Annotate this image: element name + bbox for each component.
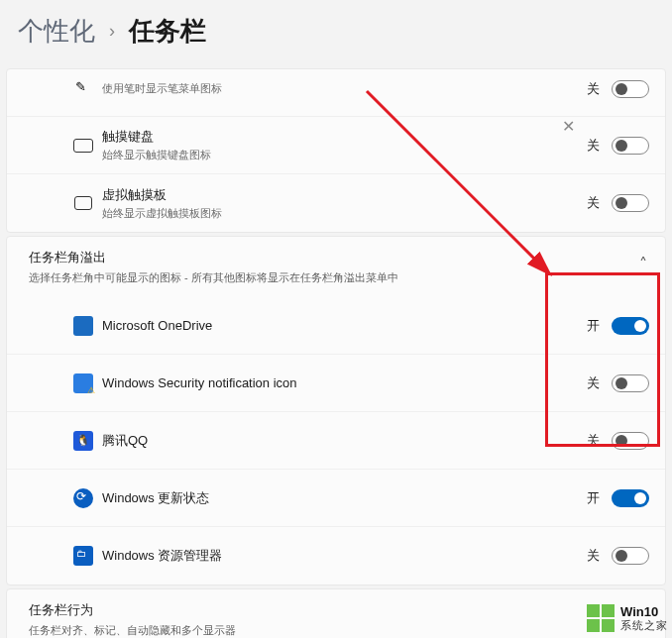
pen-menu-icon <box>72 78 94 100</box>
behavior-section-header[interactable]: 任务栏行为 任务栏对齐、标记、自动隐藏和多个显示器 <box>7 589 665 638</box>
section-desc: 任务栏对齐、标记、自动隐藏和多个显示器 <box>29 623 236 638</box>
toggle-label: 开 <box>587 317 600 335</box>
overflow-section-header[interactable]: 任务栏角溢出 选择任务栏角中可能显示的图标 - 所有其他图标将显示在任务栏角溢出… <box>7 237 665 297</box>
row-windows-update[interactable]: Windows 更新状态 开 <box>7 470 665 527</box>
watermark-line1: Win10 <box>620 605 668 619</box>
row-desc: 使用笔时显示笔菜单图标 <box>102 81 587 96</box>
security-toggle[interactable] <box>612 374 649 392</box>
qq-icon: 🐧 <box>72 430 94 452</box>
pen-menu-toggle[interactable] <box>612 80 649 98</box>
security-icon <box>72 372 94 394</box>
row-qq[interactable]: 🐧 腾讯QQ 关 <box>7 412 665 470</box>
taskbar-overflow-panel: 任务栏角溢出 选择任务栏角中可能显示的图标 - 所有其他图标将显示在任务栏角溢出… <box>6 236 666 585</box>
toggle-label: 关 <box>587 80 600 98</box>
row-desc: 始终显示虚拟触摸板图标 <box>102 206 587 221</box>
row-explorer[interactable]: Windows 资源管理器 关 <box>7 527 665 585</box>
taskbar-corner-icons-panel: ✕ 使用笔时显示笔菜单图标 关 触摸键盘 始终显示触摸键盘图标 关 虚拟触摸板 … <box>6 68 666 233</box>
virtual-touchpad-toggle[interactable] <box>612 194 649 212</box>
watermark: Win10 系统之家 <box>587 604 668 632</box>
watermark-line2: 系统之家 <box>620 619 668 631</box>
section-title: 任务栏角溢出 <box>29 249 398 266</box>
onedrive-icon <box>72 315 94 337</box>
row-title: Windows Security notification icon <box>102 375 587 390</box>
breadcrumb: 个性化 › 任务栏 <box>0 0 672 68</box>
row-title: 腾讯QQ <box>102 432 587 450</box>
row-desc: 始终显示触摸键盘图标 <box>102 148 587 162</box>
row-security[interactable]: Windows Security notification icon 关 <box>7 355 665 412</box>
taskbar-behavior-panel: 任务栏行为 任务栏对齐、标记、自动隐藏和多个显示器 <box>6 588 666 638</box>
section-desc: 选择任务栏角中可能显示的图标 - 所有其他图标将显示在任务栏角溢出菜单中 <box>29 270 398 285</box>
toggle-label: 开 <box>587 489 600 507</box>
touch-keyboard-icon <box>72 135 94 157</box>
toggle-label: 关 <box>587 547 600 565</box>
row-title: Windows 更新状态 <box>102 489 587 507</box>
watermark-logo-icon <box>587 604 615 632</box>
breadcrumb-parent[interactable]: 个性化 <box>18 14 95 49</box>
row-title: Microsoft OneDrive <box>102 318 587 333</box>
explorer-icon <box>72 545 94 567</box>
row-virtual-touchpad[interactable]: 虚拟触摸板 始终显示虚拟触摸板图标 关 <box>7 174 665 232</box>
row-onedrive[interactable]: Microsoft OneDrive 开 <box>7 297 665 355</box>
breadcrumb-current: 任务栏 <box>129 14 206 49</box>
explorer-toggle[interactable] <box>612 547 649 565</box>
windows-update-icon <box>72 487 94 509</box>
qq-toggle[interactable] <box>612 432 649 450</box>
chevron-up-icon: ˄ <box>639 255 647 273</box>
row-title: 虚拟触摸板 <box>102 186 587 204</box>
toggle-label: 关 <box>587 194 600 212</box>
toggle-label: 关 <box>587 432 600 450</box>
toggle-label: 关 <box>587 374 600 392</box>
row-pen-menu[interactable]: ✕ 使用笔时显示笔菜单图标 关 <box>7 69 665 117</box>
touch-keyboard-toggle[interactable] <box>612 137 649 155</box>
breadcrumb-separator: › <box>109 21 115 42</box>
row-title: Windows 资源管理器 <box>102 547 587 565</box>
windows-update-toggle[interactable] <box>612 489 649 507</box>
virtual-touchpad-icon <box>72 192 94 214</box>
row-touch-keyboard[interactable]: 触摸键盘 始终显示触摸键盘图标 关 <box>7 117 665 174</box>
onedrive-toggle[interactable] <box>612 317 649 335</box>
section-title: 任务栏行为 <box>29 601 236 619</box>
row-title: 触摸键盘 <box>102 128 587 146</box>
toggle-label: 关 <box>587 137 600 155</box>
